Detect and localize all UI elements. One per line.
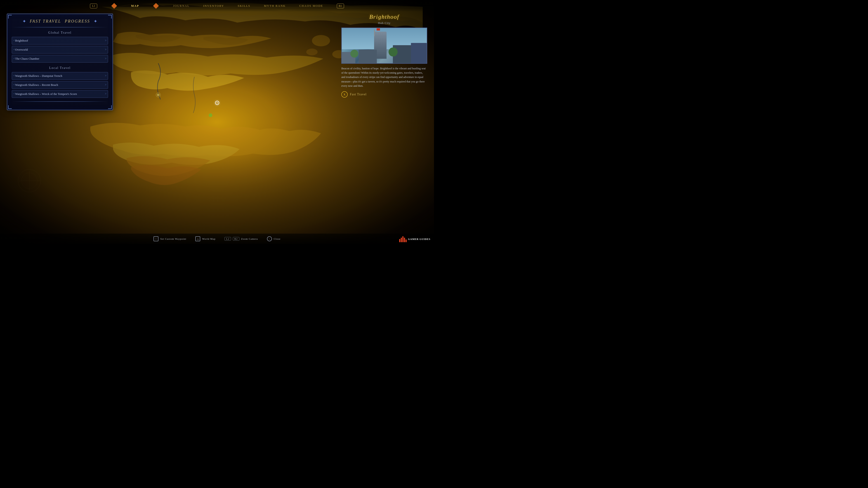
flag: [377, 28, 380, 31]
panel-title-progress: Progress: [65, 19, 90, 24]
travel-item-brighthoof[interactable]: Brighthoof: [12, 37, 108, 44]
tab-map[interactable]: MAP: [131, 4, 139, 8]
top-navigation: L1 MAP JOURNAL INVENTORY SKILLS MYTH RAN…: [0, 0, 434, 12]
logo-bar-3: [402, 236, 403, 242]
logo-bar-2: [401, 238, 402, 242]
corner-bl: [8, 105, 12, 109]
waypoint-marker: ⊙: [215, 99, 220, 106]
local-travel-label: Local Travel: [12, 66, 108, 70]
square-button-icon: □: [153, 236, 158, 241]
logo-bars: [399, 236, 407, 242]
set-waypoint-btn[interactable]: □ Set Custom Waypoint: [153, 236, 186, 241]
bottom-bar: □ Set Custom Waypoint △ World Map L2 R2 …: [0, 234, 434, 244]
r1-button[interactable]: R1: [337, 4, 344, 8]
travel-item-overworld[interactable]: Overworld: [12, 46, 108, 54]
foliage: [389, 47, 398, 57]
panel-header: ✦ Fast Travel Progress ✦: [12, 19, 108, 24]
global-travel-label: Global Travel: [12, 31, 108, 35]
nav-diamond-right: [153, 3, 159, 8]
zoom-camera-btn[interactable]: L2 R2 Zoom Camera: [224, 237, 258, 240]
fast-travel-panel: ✦ Fast Travel Progress ✦ Global Travel B…: [7, 13, 113, 110]
location-name: Brighthoof: [341, 13, 427, 20]
city-image: [342, 28, 427, 63]
location-type: Hub City: [341, 21, 427, 25]
travel-item-recent-beach[interactable]: Wargtooth Shallows – Recent Beach: [12, 81, 108, 89]
corner-tl: [8, 15, 12, 19]
global-travel-list: Brighthoof Overworld The Chaos Chamber: [12, 37, 108, 63]
tab-chaos-mode[interactable]: CHAOS MODE: [299, 4, 323, 8]
x-button-label: X: [343, 93, 345, 96]
circle-button-icon: ○: [267, 236, 272, 241]
building-1: [359, 50, 377, 63]
travel-item-tempest-scorn[interactable]: Wargtooth Shallows – Wreck of the Tempes…: [12, 90, 108, 98]
tab-skills[interactable]: SKILLS: [238, 4, 250, 8]
panel-cross-left: ✦: [22, 19, 26, 24]
foliage-2: [350, 50, 358, 58]
panel-divider-bottom: [12, 101, 108, 102]
corner-br: [108, 105, 112, 109]
player-marker: ⊛: [209, 112, 213, 118]
world-map-label: World Map: [202, 237, 215, 240]
panel-title-fast-travel: Fast Travel: [30, 19, 61, 24]
close-label: Close: [274, 237, 281, 240]
close-btn[interactable]: ○ Close: [267, 236, 281, 241]
zoom-label: Zoom Camera: [241, 237, 258, 240]
fast-travel-button[interactable]: X Fast Travel: [341, 91, 427, 98]
travel-item-dumpstat[interactable]: Wargtooth Shallows – Dumpstat Trench: [12, 72, 108, 80]
tab-myth-rank[interactable]: MYTH RANK: [264, 4, 286, 8]
logo-bar-5: [405, 239, 407, 242]
waypoint-label: Set Custom Waypoint: [160, 237, 186, 240]
panel-cross-right: ✦: [94, 19, 97, 24]
l1-button[interactable]: L1: [90, 4, 97, 8]
x-button-icon: X: [341, 91, 348, 98]
location-description: Beacon of civility, bastion of hope. Bri…: [341, 66, 427, 88]
panel-divider-top: [12, 27, 108, 27]
logo-bar-4: [404, 238, 405, 242]
local-travel-list: Wargtooth Shallows – Dumpstat Trench War…: [12, 72, 108, 98]
city-buildings: [342, 39, 427, 63]
corner-tr: [108, 15, 112, 19]
triangle-button-icon: △: [195, 236, 200, 241]
location-info-panel: Brighthoof Hub City Beacon of civility, …: [341, 13, 427, 98]
gamer-guides-logo: GAMER GUIDES: [399, 236, 430, 242]
travel-item-chaos-chamber[interactable]: The Chaos Chamber: [12, 55, 108, 63]
logo-bar-1: [399, 239, 400, 242]
l2-button: L2: [224, 237, 231, 240]
building-4: [411, 43, 427, 63]
flagpole: [374, 29, 375, 36]
tab-journal[interactable]: JOURNAL: [173, 4, 189, 8]
world-map-btn[interactable]: △ World Map: [195, 236, 215, 241]
location-image: [341, 28, 427, 64]
tab-inventory[interactable]: INVENTORY: [203, 4, 224, 8]
r2-button: R2: [233, 237, 239, 240]
nav-diamond-left: [111, 3, 117, 8]
logo-text: GAMER GUIDES: [408, 238, 430, 240]
fast-travel-label: Fast Travel: [350, 93, 367, 96]
